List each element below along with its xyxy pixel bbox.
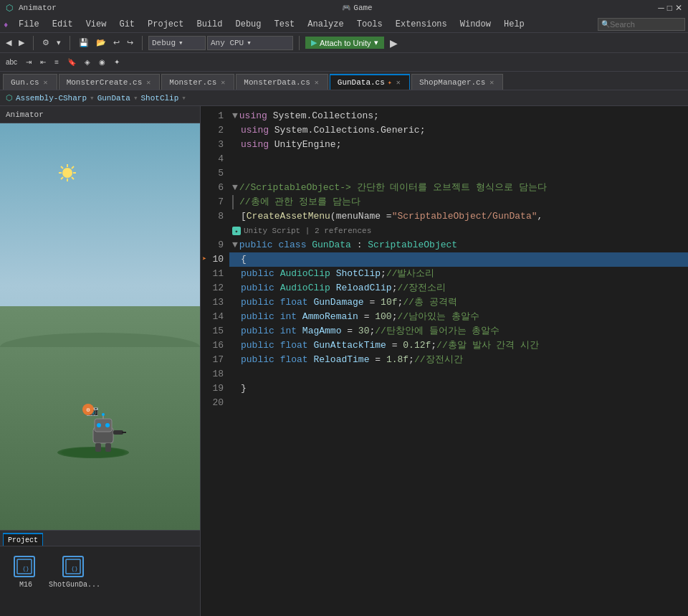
- nav-btn[interactable]: ◈: [82, 57, 93, 67]
- menu-item-file[interactable]: File: [13, 18, 45, 31]
- search-input[interactable]: [610, 20, 682, 29]
- tab-gun-cs[interactable]: Gun.cs ✕: [3, 74, 57, 90]
- code-9-space2: [306, 238, 312, 252]
- code-11-type: AudioClip: [280, 267, 330, 281]
- format2-btn[interactable]: ⇤: [37, 57, 49, 67]
- code-line-7: //총에 관한 정보를 담는다: [229, 195, 688, 209]
- menu-item-tools[interactable]: Tools: [351, 18, 388, 31]
- debug-mode-dropdown[interactable]: Debug ▾: [148, 36, 206, 50]
- attach-dropdown-arrow: ▾: [374, 38, 378, 47]
- kw-using-1: using: [239, 109, 267, 123]
- nav2-btn[interactable]: ◉: [96, 57, 108, 67]
- indent-btn[interactable]: ⇥: [23, 57, 34, 67]
- menu-item-help[interactable]: Help: [498, 18, 530, 31]
- code-10-brace: {: [241, 252, 247, 267]
- search-icon: 🔍: [601, 20, 610, 29]
- code-line-9: ▼ public class GunData : ScriptableObjec…: [229, 238, 688, 252]
- comment-btn[interactable]: ✦: [111, 57, 123, 67]
- code-1-text: System.Collections;: [267, 109, 379, 123]
- code-line-5: [229, 166, 688, 181]
- maximize-btn[interactable]: □: [667, 3, 672, 13]
- asset-shotgundata[interactable]: {} ShotGunDa...: [52, 549, 97, 592]
- attach-label: Attach to Unity: [320, 39, 371, 47]
- tab-monster-cs[interactable]: Monster.cs ✕: [161, 74, 234, 90]
- menu-item-analyze[interactable]: Analyze: [302, 18, 349, 31]
- code-7-comment: //총에 관한 정보를 담는다: [239, 195, 360, 209]
- open-icon[interactable]: 📂: [93, 37, 109, 49]
- breakpoint-arrow: ➤: [202, 252, 206, 267]
- menu-item-build[interactable]: Build: [191, 18, 228, 31]
- bookmark-btn[interactable]: 🔖: [64, 57, 79, 67]
- code-line-8: [ CreateAssetMenu (menuName = "Scriptabl…: [229, 209, 688, 224]
- collapse-1[interactable]: ▼: [232, 109, 238, 123]
- align-btn[interactable]: ≡: [52, 57, 62, 67]
- code-line-1: ▼ using System.Collections;: [229, 109, 688, 123]
- tab-shopmanager-cs-close[interactable]: ✕: [488, 78, 495, 87]
- animator-label: Animator: [19, 4, 57, 12]
- line-num-10: 10 ➤: [201, 252, 229, 267]
- collapse-9[interactable]: ▼: [232, 238, 238, 252]
- tab-gundata-cs-close[interactable]: ✕: [395, 78, 402, 87]
- assembly-icon: ⬡: [6, 93, 13, 103]
- tab-monster-cs-close[interactable]: ✕: [219, 78, 226, 87]
- breadcrumb-class[interactable]: GunData: [97, 94, 130, 103]
- code-9-space: [273, 238, 279, 252]
- menu-item-project[interactable]: Project: [142, 18, 189, 31]
- scene-view: 📷 ⚙: [0, 123, 200, 530]
- line-num-4: 4: [201, 152, 229, 166]
- menu-item-view[interactable]: View: [80, 18, 113, 31]
- menu-item-test[interactable]: Test: [269, 18, 301, 31]
- menu-item-git[interactable]: Git: [113, 18, 140, 31]
- line-num-3: 3: [201, 138, 229, 152]
- undo-icon[interactable]: ↩: [110, 37, 123, 49]
- code-content[interactable]: ▼ using System.Collections; using System…: [229, 106, 688, 616]
- forward-btn[interactable]: ▶: [16, 37, 27, 49]
- attach-to-unity-btn[interactable]: ▶ Attach to Unity ▾: [305, 37, 384, 49]
- redo-icon[interactable]: ↪: [124, 37, 136, 49]
- code-line-10: {: [229, 252, 688, 267]
- minimize-btn[interactable]: ─: [658, 3, 664, 13]
- tab-monsterdata-cs[interactable]: MonsterData.cs ✕: [236, 74, 328, 90]
- code-line-18: [229, 367, 688, 382]
- save-icon[interactable]: 💾: [76, 37, 92, 49]
- svg-text:{}: {}: [71, 565, 78, 572]
- bottom-panel: Project {} M16: [0, 530, 200, 616]
- collapse-6[interactable]: ▼: [232, 181, 238, 195]
- tab-gundata-cs[interactable]: GunData.cs ✦ ✕: [330, 74, 410, 90]
- dropdown-arrow[interactable]: ▾: [54, 37, 64, 49]
- back-btn[interactable]: ◀: [3, 37, 14, 49]
- breadcrumb-member[interactable]: ShotClip: [141, 94, 179, 103]
- close-btn[interactable]: ✕: [675, 3, 682, 13]
- format-btn[interactable]: abc: [3, 57, 20, 67]
- tab-monster-cs-label: Monster.cs: [169, 78, 216, 87]
- code-9-kw1: public: [239, 238, 273, 252]
- tab-shopmanager-cs[interactable]: ShopManager.cs ✕: [411, 74, 503, 90]
- menu-item-extensions[interactable]: Extensions: [390, 18, 453, 31]
- svg-line-7: [72, 166, 74, 169]
- tab-project[interactable]: Project: [3, 533, 43, 546]
- code-19-brace: }: [241, 382, 247, 396]
- code-line-14: public int AmmoRemain = 100 ; //남아있는 총알수: [229, 310, 688, 324]
- tab-monstercreate-cs-close[interactable]: ✕: [145, 78, 152, 87]
- config-icon[interactable]: ⚙: [39, 37, 52, 49]
- search-box-area[interactable]: 🔍: [598, 18, 685, 31]
- play-all-btn[interactable]: ▶: [387, 37, 401, 49]
- line-num-17: 17: [201, 353, 229, 367]
- menu-item-edit[interactable]: Edit: [47, 18, 79, 31]
- toolbar-config: ⚙ ▾: [39, 37, 64, 49]
- code-8-comma: ,: [538, 209, 543, 224]
- tab-monstercreate-cs[interactable]: MonsterCreate.cs ✕: [59, 74, 161, 90]
- code-9-colon: :: [351, 238, 368, 252]
- breadcrumb-assembly[interactable]: Assembly-CSharp: [16, 94, 87, 103]
- line-num-8: 8: [201, 209, 229, 224]
- menu-item-window[interactable]: Window: [454, 18, 497, 31]
- code-11-kw: public: [241, 267, 274, 281]
- menu-item-debug[interactable]: Debug: [229, 18, 267, 31]
- animator-tab-label[interactable]: Animator: [6, 110, 44, 119]
- cpu-mode-dropdown[interactable]: Any CPU ▾: [207, 36, 293, 50]
- asset-m16[interactable]: {} M16: [3, 549, 49, 592]
- tab-gun-cs-close[interactable]: ✕: [42, 78, 49, 87]
- svg-rect-16: [105, 443, 111, 452]
- tab-monsterdata-cs-close[interactable]: ✕: [313, 78, 320, 87]
- m16-icon: {}: [11, 552, 40, 581]
